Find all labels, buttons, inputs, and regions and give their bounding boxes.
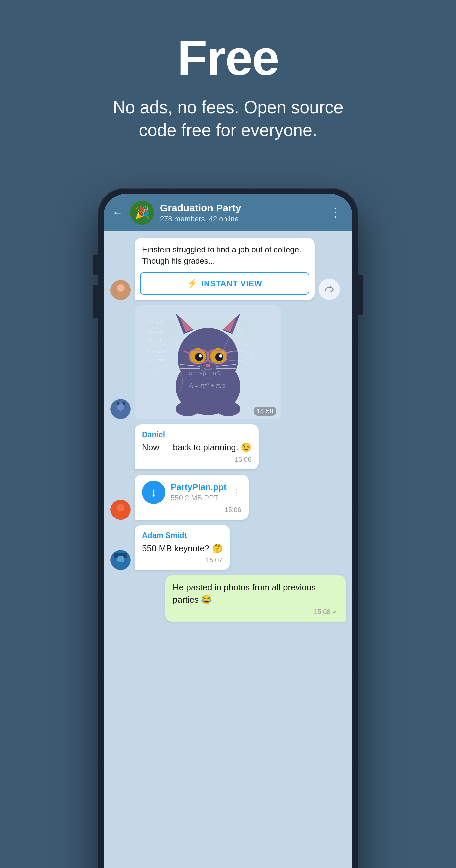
file-bubble: ↓ PartyPlan.ppt 550.2 MB PPT ⋮ 15:06: [134, 475, 249, 520]
avatar: [111, 550, 130, 570]
download-button[interactable]: ↓: [142, 481, 165, 504]
file-more-options[interactable]: ⋮: [232, 487, 241, 498]
avatar: [111, 399, 130, 419]
phone-outer: ← 🎉 Graduation Party 278 members, 42 onl…: [98, 188, 358, 868]
download-icon: ↓: [151, 486, 157, 499]
phone-mockup: ← 🎉 Graduation Party 278 members, 42 onl…: [98, 188, 358, 868]
group-name: Graduation Party: [160, 202, 321, 214]
link-preview-text: Einstein struggled to find a job out of …: [134, 238, 315, 270]
hero-subtitle: No ads, no fees. Open source code free f…: [98, 96, 358, 141]
svg-text:t = πr²: t = πr²: [148, 319, 163, 326]
message-time: 15:06: [142, 456, 251, 463]
side-button-vol-up: [93, 255, 98, 275]
svg-line-18: [221, 321, 237, 356]
math-background: t = πr² A = πr² V = l³ P = 2πr A = πr² s…: [134, 306, 281, 419]
svg-text:V = l³: V = l³: [148, 338, 161, 344]
avatar: [111, 280, 130, 300]
message-time: 15:08: [173, 608, 338, 616]
chat-header: ← 🎉 Graduation Party 278 members, 42 onl…: [104, 194, 352, 231]
svg-text:P = 2πr: P = 2πr: [148, 347, 167, 354]
link-preview-bubble: Einstein struggled to find a job out of …: [134, 238, 315, 300]
message-row: ↓ PartyPlan.ppt 550.2 MB PPT ⋮ 15:06: [111, 475, 345, 520]
file-meta: 550.2 MB PPT: [171, 494, 227, 502]
svg-text:A = πr²: A = πr²: [147, 329, 165, 335]
sticker-row: t = πr² A = πr² V = l³ P = 2πr A = πr² s…: [111, 306, 345, 419]
text-bubble: Daniel Now — back to planning. 😉 15:06: [134, 424, 259, 469]
hero-title: Free: [13, 33, 443, 83]
sticker-time: 14:58: [254, 407, 276, 416]
sticker-container: t = πr² A = πr² V = l³ P = 2πr A = πr² s…: [134, 306, 281, 419]
message-row: Einstein struggled to find a job out of …: [111, 238, 345, 300]
instant-view-button[interactable]: ⚡ INSTANT VIEW: [140, 272, 309, 295]
message-row: Daniel Now — back to planning. 😉 15:06: [111, 424, 345, 469]
svg-point-53: [117, 556, 124, 563]
svg-text:🎉: 🎉: [134, 205, 150, 220]
file-row: ↓ PartyPlan.ppt 550.2 MB PPT ⋮: [142, 481, 241, 504]
group-members: 278 members, 42 online: [160, 215, 321, 223]
chat-body: Einstein struggled to find a job out of …: [104, 231, 352, 868]
message-text: Now — back to planning. 😉: [142, 441, 251, 453]
side-button-power: [358, 275, 363, 315]
svg-line-19: [237, 321, 253, 356]
group-info: Graduation Party 278 members, 42 online: [160, 202, 321, 223]
back-button[interactable]: ←: [112, 207, 123, 219]
svg-point-49: [117, 504, 124, 512]
message-sender: Daniel: [142, 430, 251, 439]
message-row: He pasted in photos from all previous pa…: [111, 575, 345, 622]
outgoing-bubble: He pasted in photos from all previous pa…: [165, 575, 345, 622]
sticker-background: t = πr² A = πr² V = l³ P = 2πr A = πr² s…: [134, 306, 281, 419]
svg-rect-9: [117, 402, 119, 405]
message-row: Adam Smidt 550 MB keynote? 🤔 15:07: [111, 525, 345, 570]
group-avatar-image: 🎉: [130, 200, 154, 225]
svg-rect-10: [123, 402, 124, 405]
svg-text:A = πr²: A = πr²: [147, 357, 165, 364]
group-avatar: 🎉: [130, 200, 154, 225]
svg-text:s = √(r²+h²): s = √(r²+h²): [189, 369, 221, 376]
more-options-button[interactable]: ⋮: [327, 204, 344, 221]
avatar: [111, 500, 130, 520]
svg-text:A = πr² + πrs: A = πr² + πrs: [189, 382, 226, 389]
side-button-vol-down: [93, 285, 98, 318]
message-text: 550 MB keynote? 🤔: [142, 542, 223, 554]
avatar-image: [111, 280, 130, 300]
file-name: PartyPlan.ppt: [171, 482, 227, 492]
svg-text:θ: θ: [168, 370, 171, 375]
message-sender: Adam Smidt: [142, 531, 223, 540]
forward-button[interactable]: [319, 279, 340, 300]
file-info: PartyPlan.ppt 550.2 MB PPT: [171, 482, 227, 502]
message-time: 15:07: [142, 556, 223, 564]
message-time: 15:06: [142, 506, 241, 514]
instant-view-label: INSTANT VIEW: [201, 279, 262, 288]
svg-point-20: [221, 351, 252, 361]
svg-point-5: [117, 285, 124, 291]
phone-screen: ← 🎉 Graduation Party 278 members, 42 onl…: [104, 194, 352, 868]
text-bubble: Adam Smidt 550 MB keynote? 🤔 15:07: [134, 525, 230, 570]
hero-section: Free No ads, no fees. Open source code f…: [0, 0, 456, 168]
lightning-icon: ⚡: [187, 278, 198, 289]
message-text: He pasted in photos from all previous pa…: [173, 581, 338, 606]
